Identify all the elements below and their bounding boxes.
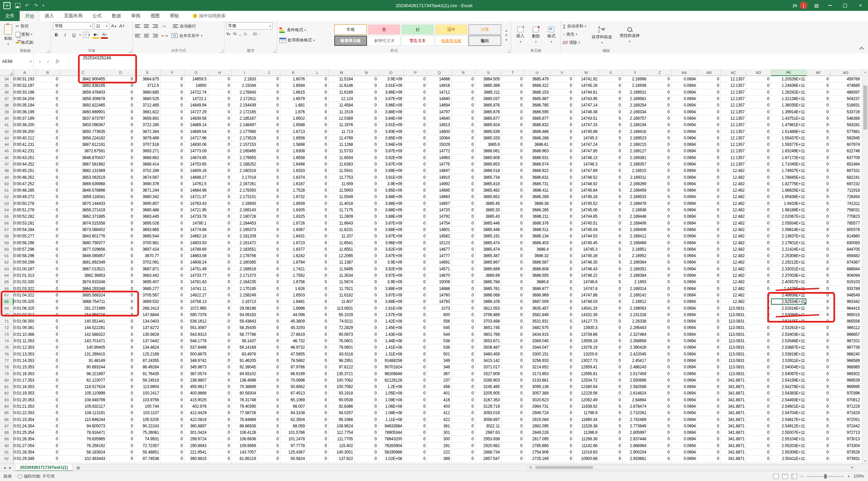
cell-A92[interactable]: 0:01:29.349 <box>14 456 36 462</box>
cell-R62[interactable]: 0 <box>452 259 475 266</box>
cell-U65[interactable]: 3686.8 <box>524 279 550 285</box>
cell-Z86[interactable]: 0 <box>648 416 671 423</box>
cell-W88[interactable]: 11396.9 <box>574 429 599 436</box>
cell-J66[interactable]: 0 <box>258 286 280 292</box>
cell-V68[interactable]: 0 <box>550 299 574 305</box>
cell-X89[interactable]: 0 <box>599 436 623 442</box>
cell-H88[interactable]: 0 <box>208 429 232 436</box>
cell-AC63[interactable]: 12.482 <box>721 266 746 272</box>
cell-Z82[interactable]: 0 <box>648 390 671 397</box>
cell-W75[interactable]: 13376.19 <box>574 344 599 351</box>
cell-AB83[interactable]: 0 <box>697 397 721 403</box>
cell-Q54[interactable]: 14720 <box>427 207 452 213</box>
cell-Y84[interactable]: 2.678474 <box>623 403 648 410</box>
cell-R64[interactable]: 0 <box>452 272 475 279</box>
tab-file[interactable]: 文件 <box>0 11 20 21</box>
cell-W77[interactable]: 13027.73 <box>574 358 599 364</box>
cell-P52[interactable]: 0 <box>404 194 427 200</box>
cell-F92[interactable]: 0 <box>161 456 184 462</box>
cell-L40[interactable]: 0 <box>307 115 329 122</box>
row-header-77[interactable]: 77 <box>0 358 14 364</box>
cell-I34[interactable]: 2.1833 <box>232 76 258 82</box>
cell-A57[interactable]: 0:00:54.284 <box>14 227 36 233</box>
row-header-38[interactable]: 38 <box>0 102 14 109</box>
cell-AD47[interactable]: 0 <box>746 161 771 168</box>
cell-S67[interactable]: 3866.068 <box>475 292 501 299</box>
cell-P39[interactable]: 0 <box>404 109 427 115</box>
cell-M52[interactable]: 11.5549 <box>329 194 355 200</box>
cell-O47[interactable]: 3.87E+09 <box>378 161 404 168</box>
cell-K47[interactable]: 1.6498 <box>280 161 307 168</box>
cell-AB79[interactable]: 0 <box>697 370 721 377</box>
cell-Q86[interactable]: 422 <box>427 416 452 423</box>
cell-I58[interactable]: 2.181209 <box>232 233 258 239</box>
cell-AA64[interactable]: 0.0694 <box>671 272 697 279</box>
cell-J70[interactable]: 0 <box>258 312 280 318</box>
cell-style-差[interactable]: 差 <box>368 24 400 35</box>
cell-N87[interactable]: 0 <box>355 423 378 429</box>
cell-E92[interactable]: 97.74536 <box>135 456 161 462</box>
cell-Y69[interactable]: 2.199063 <box>623 305 648 311</box>
cell-F71[interactable]: 0 <box>161 318 184 325</box>
cell-R89[interactable]: 0 <box>452 436 475 442</box>
cell-M58[interactable]: 11.207 <box>329 233 355 239</box>
cell-G70[interactable]: 590.7376 <box>184 312 208 318</box>
cell-E66[interactable]: 3685.277 <box>135 286 161 292</box>
cell-J79[interactable]: 0 <box>258 370 280 377</box>
cell-F90[interactable]: 0 <box>161 443 184 449</box>
cell-M74[interactable]: 76.0601 <box>329 338 355 344</box>
cell-Q71[interactable]: 556 <box>427 318 452 325</box>
cell-E73[interactable]: 135.9828 <box>135 331 161 338</box>
cell-N51[interactable]: 0 <box>355 187 378 194</box>
cell-V85[interactable]: 0 <box>550 410 574 416</box>
cell-C82[interactable]: 105.110999 <box>60 390 107 397</box>
cell-A88[interactable]: 0:01:25.354 <box>14 429 36 436</box>
cell-N37[interactable]: 0 <box>355 96 378 102</box>
row-header-58[interactable]: 58 <box>0 233 14 239</box>
row-header-83[interactable]: 83 <box>0 397 14 403</box>
cell-K35[interactable]: 1.6594 <box>280 82 307 89</box>
cell-H64[interactable]: 0 <box>208 272 232 279</box>
cell-Q81[interactable]: 456 <box>427 384 452 390</box>
avatar[interactable]: j <box>800 2 807 9</box>
cell-AA71[interactable]: 0.0694 <box>671 318 697 325</box>
cell-AG61[interactable]: 859482 <box>830 253 862 259</box>
cell-H86[interactable]: 0 <box>208 416 232 423</box>
cell-J84[interactable]: 0 <box>258 403 280 410</box>
cell-AF43[interactable]: 0 <box>807 135 830 141</box>
cell-AC78[interactable]: 113.0831 <box>721 364 746 370</box>
cell-W89[interactable]: 11268.38 <box>574 436 599 442</box>
cell-H80[interactable]: 0 <box>208 377 232 384</box>
cell-W56[interactable]: 14745.51 <box>574 220 599 227</box>
cell-V61[interactable]: 0 <box>550 253 574 259</box>
cell-AB51[interactable]: 0 <box>697 187 721 194</box>
cell-P91[interactable]: 0 <box>404 449 427 456</box>
cell-E50[interactable]: 3690.376 <box>135 181 161 187</box>
cell-U37[interactable]: 3685.987 <box>524 96 550 102</box>
cell-K91[interactable]: 125.4387 <box>280 449 307 456</box>
cell-N66[interactable]: 0 <box>355 286 378 292</box>
cell-S83[interactable]: 3167.353 <box>475 397 501 403</box>
cell-T91[interactable]: 0 <box>501 449 524 456</box>
dialog-launcher-icon[interactable] <box>507 50 510 53</box>
cell-E84[interactable]: 100.744 <box>135 403 161 410</box>
cell-O34[interactable]: 3.9E+09 <box>378 76 404 82</box>
cell-T69[interactable]: 0 <box>501 305 524 311</box>
cell-T78[interactable]: 0 <box>501 364 524 370</box>
cell-G55[interactable]: 14733.78 <box>184 213 208 220</box>
cell-AA74[interactable]: 0.0694 <box>671 338 697 344</box>
cell-K83[interactable]: 65.1069 <box>280 397 307 403</box>
cell-N50[interactable]: 0 <box>355 181 378 187</box>
cell-AD76[interactable]: 0 <box>746 351 771 357</box>
cell-W38[interactable]: 14747.14 <box>574 102 599 109</box>
cell-AB50[interactable]: 0 <box>697 181 721 187</box>
cell-AC72[interactable]: 113.0831 <box>721 325 746 331</box>
cell-AC57[interactable]: 12.482 <box>721 227 746 233</box>
cell-AD79[interactable]: 0 <box>746 370 771 377</box>
cell-X52[interactable]: 0 <box>599 194 623 200</box>
cell-L38[interactable]: 0 <box>307 102 329 109</box>
cell-S52[interactable]: 3865.652 <box>475 194 501 200</box>
cell-L70[interactable]: 0 <box>307 312 329 318</box>
cell-R47[interactable]: 0 <box>452 161 475 168</box>
cell-AE46[interactable]: 1.67172E+11 <box>771 155 807 161</box>
